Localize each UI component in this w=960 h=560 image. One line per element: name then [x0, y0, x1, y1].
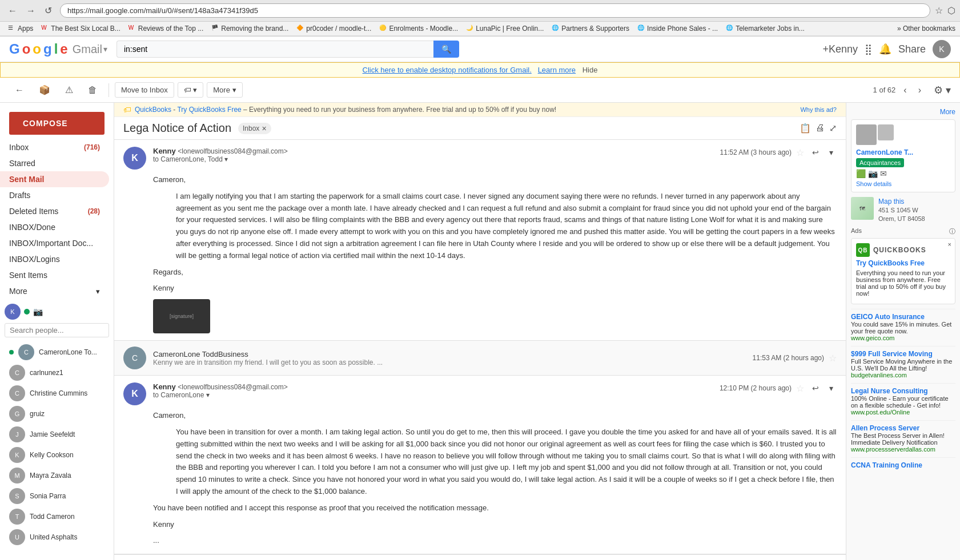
- delete-button[interactable]: 🗑: [82, 82, 103, 99]
- process-server-link[interactable]: www.processserverdallas.com: [851, 446, 935, 453]
- label-button[interactable]: 🏷 ▾: [178, 82, 204, 98]
- move-inbox-button[interactable]: Move to Inbox: [115, 82, 174, 98]
- contact-gruiz[interactable]: G gruiz: [5, 404, 109, 424]
- back-to-list-button[interactable]: ←: [9, 82, 30, 99]
- video-icon[interactable]: 📷: [33, 307, 43, 316]
- quickbooks-free-link[interactable]: Try QuickBooks Free: [177, 106, 241, 114]
- extension-icon[interactable]: ⬡: [947, 5, 955, 16]
- contact-email-icon[interactable]: ✉: [880, 169, 887, 178]
- geico-link[interactable]: www.geico.com: [851, 335, 894, 341]
- contact-carlnunez[interactable]: C carlnunez1: [5, 362, 109, 383]
- bookmark-1[interactable]: W The Best Six Local B...: [38, 23, 123, 34]
- more-menu-3[interactable]: ▾: [826, 382, 837, 394]
- qb-ad-title[interactable]: Try QuickBooks Free: [856, 259, 950, 267]
- inbox-tag-close[interactable]: ×: [262, 124, 266, 133]
- nurse-link[interactable]: www.post.edu/Online: [851, 409, 910, 416]
- bookmark-8[interactable]: 🌐 Inside Phone Sales - ...: [634, 23, 721, 34]
- archive-button[interactable]: 📦: [33, 81, 56, 99]
- sidebar-item-inbox-done[interactable]: INBOX/Done: [0, 219, 109, 235]
- user-avatar[interactable]: K: [933, 40, 951, 58]
- geico-title[interactable]: GEICO Auto Insurance: [851, 313, 955, 321]
- prev-page-button[interactable]: ‹: [900, 83, 910, 97]
- bookmark-5[interactable]: 🟡 Enrolments - Moodle...: [376, 23, 461, 34]
- bookmark-2[interactable]: W Reviews of the Top ...: [125, 23, 207, 34]
- bookmark-7[interactable]: 🌐 Partners & Supporters: [548, 23, 633, 34]
- ellipsis-more[interactable]: ...: [153, 535, 837, 547]
- plus-kenny[interactable]: +Kenny: [822, 43, 858, 55]
- star-icon-1[interactable]: ☆: [796, 147, 804, 158]
- sidebar-item-starred[interactable]: Starred: [0, 155, 109, 171]
- more-contacts-link[interactable]: More: [940, 108, 955, 116]
- search-button[interactable]: 🔍: [433, 41, 459, 58]
- bookmark-6[interactable]: 🌙 LunaPic | Free Onlin...: [463, 23, 547, 34]
- reply-button-3[interactable]: ↩: [809, 382, 822, 394]
- share-button[interactable]: Share: [898, 43, 926, 55]
- more-menu-1[interactable]: ▾: [826, 147, 837, 158]
- apps-grid-icon[interactable]: ⣿: [865, 43, 872, 55]
- bookmark-9[interactable]: 🌐 Telemarketer Jobs in...: [722, 23, 808, 34]
- learn-more-link[interactable]: Learn more: [538, 66, 576, 74]
- sidebar-item-sent-items[interactable]: Sent Items: [0, 267, 109, 283]
- bookmark-4[interactable]: 🔶 pr0coder / moodle-t...: [293, 23, 375, 34]
- contact-color-icon[interactable]: 🟩: [856, 169, 866, 178]
- process-server-title[interactable]: Allen Process Server: [851, 424, 955, 432]
- next-page-button[interactable]: ›: [915, 83, 925, 97]
- ads-info-icon[interactable]: ⓘ: [949, 227, 955, 236]
- add-to-tasks-icon[interactable]: 📋: [800, 123, 811, 134]
- people-search-input[interactable]: [5, 323, 109, 337]
- bookmark-apps[interactable]: ☰ Apps: [5, 23, 37, 34]
- moving-title[interactable]: $999 Full Service Moving: [851, 350, 955, 358]
- star-icon-3[interactable]: ☆: [796, 383, 804, 394]
- sidebar-item-more[interactable]: More ▾: [0, 283, 109, 299]
- quickbooks-ad-link[interactable]: QuickBooks: [135, 106, 171, 114]
- ccna-title[interactable]: CCNA Training Online: [851, 461, 955, 469]
- contact-united[interactable]: U United Asphalts: [5, 527, 109, 547]
- other-bookmarks[interactable]: » Other bookmarks: [897, 25, 955, 33]
- bookmark-icon[interactable]: ☆: [935, 5, 943, 16]
- hide-notification-link[interactable]: Hide: [583, 66, 598, 74]
- contact-sonia[interactable]: S Sonia Parra: [5, 486, 109, 506]
- email-message-2-collapsed[interactable]: C CameronLone ToddBusiness Kenny we are …: [114, 341, 846, 376]
- address-bar[interactable]: https://mail.google.com/mail/u/0/#sent/1…: [60, 3, 930, 18]
- star-icon-2[interactable]: ☆: [829, 353, 837, 364]
- open-in-window-icon[interactable]: ⤢: [829, 123, 837, 134]
- report-spam-button[interactable]: ⚠: [59, 81, 79, 99]
- nurse-title[interactable]: Legal Nurse Consulting: [851, 387, 955, 395]
- sidebar-item-sent-mail[interactable]: Sent Mail: [0, 171, 109, 187]
- compose-button[interactable]: COMPOSE: [9, 112, 105, 135]
- map-link[interactable]: Map this: [878, 198, 904, 206]
- sidebar-item-inbox[interactable]: Inbox (716): [0, 139, 109, 155]
- settings-gear-icon[interactable]: ⚙ ▾: [934, 84, 951, 96]
- contact-christine[interactable]: C Christine Cummins: [5, 383, 109, 404]
- contact-video-icon[interactable]: 📷: [868, 169, 878, 178]
- reply-button-1[interactable]: ↩: [809, 147, 822, 158]
- contact-kelly[interactable]: K Kelly Cookson: [5, 445, 109, 465]
- email-message-3: K Kenny <lonewolfbusiness084@gmail.com> …: [114, 376, 846, 554]
- enable-notifications-link[interactable]: Click here to enable desktop notificatio…: [363, 66, 532, 74]
- sidebar-item-drafts[interactable]: Drafts: [0, 187, 109, 203]
- notification-bell-icon[interactable]: 🔔: [879, 43, 891, 55]
- contact-mayra[interactable]: M Mayra Zavala: [5, 465, 109, 486]
- forward-button[interactable]: →: [23, 4, 39, 17]
- contact-todd[interactable]: T Todd Cameron: [5, 506, 109, 527]
- why-this-ad-link[interactable]: Why this ad?: [800, 106, 837, 113]
- search-input[interactable]: [117, 41, 433, 58]
- gmail-brand-text[interactable]: Gmail ▾: [73, 43, 107, 56]
- show-details-link[interactable]: Show details: [856, 180, 950, 187]
- to-dropdown-icon[interactable]: ▾: [224, 155, 228, 163]
- to-dropdown-icon-3[interactable]: ▾: [206, 391, 210, 399]
- more-actions-button[interactable]: More ▾: [207, 82, 243, 98]
- bookmark-3[interactable]: 🏴 Removing the brand...: [208, 23, 292, 34]
- moving-link[interactable]: budgetvanlines.com: [851, 372, 907, 378]
- print-icon[interactable]: 🖨: [816, 123, 825, 134]
- refresh-button[interactable]: ↺: [41, 4, 55, 17]
- back-button[interactable]: ←: [5, 4, 21, 17]
- contact-jamie[interactable]: J Jamie Seefeldt: [5, 424, 109, 445]
- map-thumbnail[interactable]: 🗺: [851, 197, 874, 220]
- sidebar-item-inbox-imp[interactable]: INBOX/Important Doc...: [0, 235, 109, 251]
- contact-cameron[interactable]: C CameronLone To...: [5, 342, 109, 362]
- sidebar-item-deleted[interactable]: Deleted Items (28): [0, 203, 109, 219]
- sidebar-item-inbox-logins[interactable]: INBOX/Logins: [0, 251, 109, 267]
- close-ad-button[interactable]: ×: [948, 241, 951, 248]
- online-indicator: [9, 350, 14, 354]
